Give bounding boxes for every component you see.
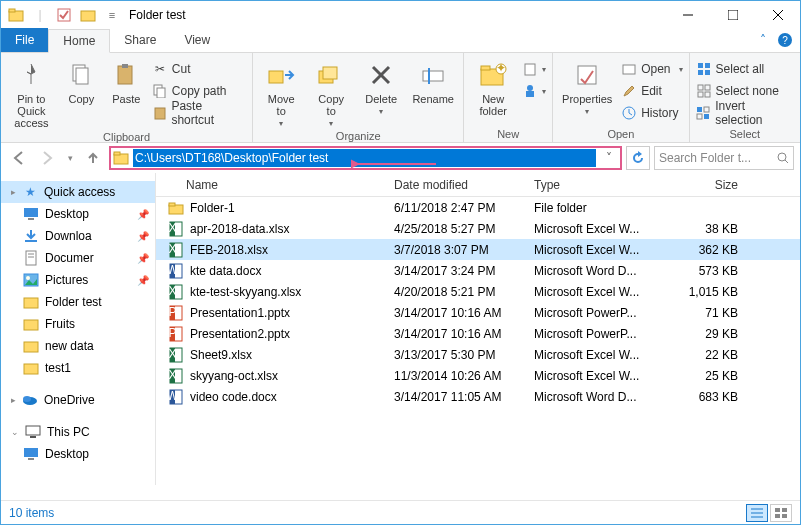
rename-button[interactable]: Rename (409, 57, 457, 105)
sidebar-quick-access[interactable]: ▸★Quick access (1, 181, 155, 203)
file-row[interactable]: Wkte data.docx3/14/2017 3:24 PMMicrosoft… (156, 260, 800, 281)
sidebar-desktop[interactable]: Desktop📌 (1, 203, 155, 225)
sidebar-documents[interactable]: Documer📌 (1, 247, 155, 269)
file-name: kte data.docx (190, 264, 261, 278)
copy-path-button[interactable]: Copy path (152, 81, 246, 101)
svg-text:W: W (168, 389, 179, 403)
details-view-button[interactable] (746, 504, 768, 522)
delete-button[interactable]: Delete ▾ (359, 57, 403, 116)
col-name[interactable]: Name (156, 178, 386, 192)
history-button[interactable]: History (621, 103, 682, 123)
sidebar-pictures[interactable]: Pictures📌 (1, 269, 155, 291)
sidebar-desktop-2[interactable]: Desktop (1, 443, 155, 465)
sidebar-downloads[interactable]: Downloa📌 (1, 225, 155, 247)
svg-rect-63 (26, 426, 40, 435)
svg-rect-10 (118, 66, 132, 84)
move-to-button[interactable]: Move to ▾ (259, 57, 303, 128)
documents-icon (23, 250, 39, 266)
svg-rect-17 (323, 67, 337, 79)
open-button[interactable]: Open▾ (621, 59, 682, 79)
address-path-box[interactable]: ˅ (109, 146, 622, 170)
qat-folder-icon[interactable] (5, 4, 27, 26)
svg-rect-1 (9, 9, 15, 12)
copy-button[interactable]: Copy (62, 57, 101, 105)
file-row[interactable]: Wvideo code.docx3/14/2017 11:05 AMMicros… (156, 386, 800, 407)
group-clipboard: Pin to Quick access Copy Paste ✂Cut Copy… (1, 53, 253, 142)
address-input[interactable] (133, 149, 596, 167)
sidebar-test1[interactable]: test1 (1, 357, 155, 379)
folder-icon (23, 294, 39, 310)
file-row[interactable]: XFEB-2018.xlsx3/7/2018 3:07 PMMicrosoft … (156, 239, 800, 260)
sidebar-this-pc[interactable]: ⌄This PC (1, 421, 155, 443)
folder-icon (23, 338, 39, 354)
pin-to-quick-access-button[interactable]: Pin to Quick access (7, 57, 56, 129)
svg-rect-34 (698, 70, 703, 75)
large-icons-view-button[interactable] (770, 504, 792, 522)
file-type: Microsoft Excel W... (526, 243, 666, 257)
svg-rect-101 (775, 514, 780, 518)
close-button[interactable] (755, 1, 800, 29)
col-size[interactable]: Size (666, 178, 746, 192)
paste-shortcut-button[interactable]: Paste shortcut (152, 103, 246, 123)
file-size: 362 KB (666, 243, 746, 257)
recent-locations-button[interactable]: ▾ (63, 146, 77, 170)
search-box[interactable]: Search Folder t... (654, 146, 794, 170)
forward-button[interactable] (35, 146, 59, 170)
sidebar-folder-test[interactable]: Folder test (1, 291, 155, 313)
tab-share[interactable]: Share (110, 28, 170, 52)
pptx-icon: P (168, 326, 184, 342)
back-button[interactable] (7, 146, 31, 170)
sidebar-fruits[interactable]: Fruits (1, 313, 155, 335)
file-row[interactable]: PPresentation2.pptx3/14/2017 10:16 AMMic… (156, 323, 800, 344)
file-size: 38 KB (666, 222, 746, 236)
easy-access-button[interactable]: ▾ (522, 81, 546, 101)
svg-rect-20 (423, 71, 443, 81)
maximize-button[interactable] (710, 1, 755, 29)
file-row[interactable]: Xapr-2018-data.xlsx4/25/2018 5:27 PMMicr… (156, 218, 800, 239)
file-row[interactable]: Xskyyang-oct.xlsx11/3/2014 10:26 AMMicro… (156, 365, 800, 386)
file-date: 4/25/2018 5:27 PM (386, 222, 526, 236)
select-all-button[interactable]: Select all (696, 59, 794, 79)
up-button[interactable] (81, 146, 105, 170)
address-dropdown-icon[interactable]: ˅ (600, 151, 618, 165)
select-none-button[interactable]: Select none (696, 81, 794, 101)
qat-properties-icon[interactable] (53, 4, 75, 26)
qat-customize-icon[interactable]: ≡ (101, 4, 123, 26)
sidebar-onedrive[interactable]: ▸OneDrive (1, 389, 155, 411)
file-row[interactable]: PPresentation1.pptx3/14/2017 10:16 AMMic… (156, 302, 800, 323)
tab-file[interactable]: File (1, 28, 48, 52)
minimize-button[interactable] (665, 1, 710, 29)
file-row[interactable]: XSheet9.xlsx3/13/2017 5:30 PMMicrosoft E… (156, 344, 800, 365)
file-size: 29 KB (666, 327, 746, 341)
pin-icon (15, 59, 47, 91)
copy-to-icon (315, 59, 347, 91)
tab-home[interactable]: Home (48, 29, 110, 53)
group-new: ✦ New folder ▾ ▾ New (464, 53, 553, 142)
paste-button[interactable]: Paste (107, 57, 146, 105)
file-row[interactable]: Xkte-test-skyyang.xlsx4/20/2018 5:21 PMM… (156, 281, 800, 302)
edit-button[interactable]: Edit (621, 81, 682, 101)
column-headers: Name Date modified Type Size (156, 173, 800, 197)
col-date[interactable]: Date modified (386, 178, 526, 192)
refresh-button[interactable] (626, 146, 650, 170)
svg-rect-52 (26, 251, 36, 265)
help-icon[interactable]: ? (776, 31, 794, 49)
cut-button[interactable]: ✂Cut (152, 59, 246, 79)
new-folder-button[interactable]: ✦ New folder (470, 57, 516, 117)
tab-view[interactable]: View (170, 28, 224, 52)
file-row[interactable]: Folder-16/11/2018 2:47 PMFile folder (156, 197, 800, 218)
col-type[interactable]: Type (526, 178, 666, 192)
copy-to-button[interactable]: Copy to ▾ (309, 57, 353, 128)
properties-button[interactable]: Properties ▾ (559, 57, 615, 116)
sidebar-new-data[interactable]: new data (1, 335, 155, 357)
new-item-button[interactable]: ▾ (522, 59, 546, 79)
svg-rect-38 (698, 92, 703, 97)
rename-icon (417, 59, 449, 91)
svg-rect-15 (269, 71, 283, 83)
ribbon-collapse-icon[interactable]: ˄ (754, 31, 772, 49)
svg-rect-28 (526, 91, 534, 97)
qat-newfolder-icon[interactable] (77, 4, 99, 26)
invert-selection-button[interactable]: Invert selection (696, 103, 794, 123)
file-type: Microsoft Excel W... (526, 285, 666, 299)
svg-text:X: X (168, 368, 176, 382)
